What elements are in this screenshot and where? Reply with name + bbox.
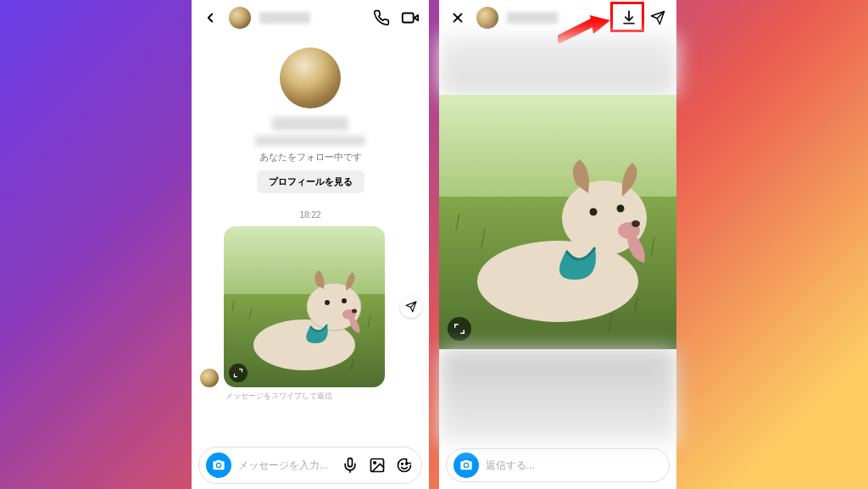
message-input[interactable]: メッセージを入力... <box>238 458 333 473</box>
blur-background-top <box>439 36 676 95</box>
sticker-icon[interactable] <box>394 455 415 475</box>
gradient-background: あなたをフォロー中です プロフィールを見る 18:22 <box>0 0 868 489</box>
view-profile-button[interactable]: プロフィールを見る <box>257 170 364 193</box>
svg-rect-18 <box>348 458 353 467</box>
camera-button[interactable] <box>206 453 231 478</box>
collapse-icon[interactable] <box>448 317 471 341</box>
svg-point-42 <box>617 205 625 213</box>
phone-chat-view: あなたをフォロー中です プロフィールを見る 18:22 <box>192 0 429 489</box>
mic-icon[interactable] <box>340 455 360 475</box>
chat-header <box>192 0 429 36</box>
svg-rect-2 <box>224 226 385 303</box>
message-row <box>200 226 420 387</box>
back-button[interactable] <box>200 8 220 28</box>
svg-rect-31 <box>439 95 676 214</box>
close-button[interactable] <box>448 8 468 28</box>
svg-point-15 <box>352 309 357 314</box>
quick-reply-button[interactable] <box>400 296 422 318</box>
viewer-username-redacted <box>507 12 558 24</box>
phones-container: あなたをフォロー中です プロフィールを見る 18:22 <box>192 0 676 489</box>
svg-marker-1 <box>415 15 419 20</box>
gallery-icon[interactable] <box>367 455 387 475</box>
video-call-button[interactable] <box>400 8 420 28</box>
svg-point-21 <box>374 462 376 464</box>
header-username-redacted <box>259 12 310 24</box>
svg-point-13 <box>342 298 347 303</box>
swipe-hint: メッセージをスワイプして返信 <box>225 391 332 402</box>
message-avatar[interactable] <box>200 369 219 387</box>
message-timestamp: 18:22 <box>299 210 320 219</box>
message-image[interactable] <box>224 226 385 387</box>
share-button[interactable] <box>648 8 668 28</box>
annotation-highlight <box>610 2 644 32</box>
svg-point-22 <box>402 464 403 465</box>
dog-photo-icon <box>224 226 385 387</box>
header-avatar[interactable] <box>229 7 251 29</box>
svg-point-41 <box>590 208 598 216</box>
message-input-bar[interactable]: メッセージを入力... <box>198 447 422 484</box>
camera-button[interactable] <box>453 453 479 478</box>
viewer-image[interactable] <box>439 95 676 349</box>
phone-image-viewer: 返信する... <box>439 0 676 489</box>
reply-input-bar[interactable]: 返信する... <box>446 448 670 482</box>
svg-point-23 <box>406 464 408 465</box>
svg-marker-30 <box>590 15 610 34</box>
follow-status: あなたをフォロー中です <box>259 151 362 164</box>
profile-name-redacted <box>272 117 348 131</box>
chat-body: あなたをフォロー中です プロフィールを見る 18:22 <box>192 36 429 442</box>
svg-point-44 <box>632 220 640 227</box>
viewer-body <box>439 36 676 443</box>
dog-photo-large-icon <box>439 95 676 349</box>
svg-rect-0 <box>403 14 414 23</box>
voice-call-button[interactable] <box>371 8 392 28</box>
svg-point-12 <box>325 300 330 305</box>
blur-background-bottom <box>439 349 676 443</box>
profile-avatar-large[interactable] <box>280 47 341 108</box>
profile-sub-redacted <box>255 136 365 146</box>
reply-input[interactable]: 返信する... <box>486 458 662 473</box>
expand-icon[interactable] <box>229 364 248 382</box>
viewer-avatar[interactable] <box>476 7 498 29</box>
